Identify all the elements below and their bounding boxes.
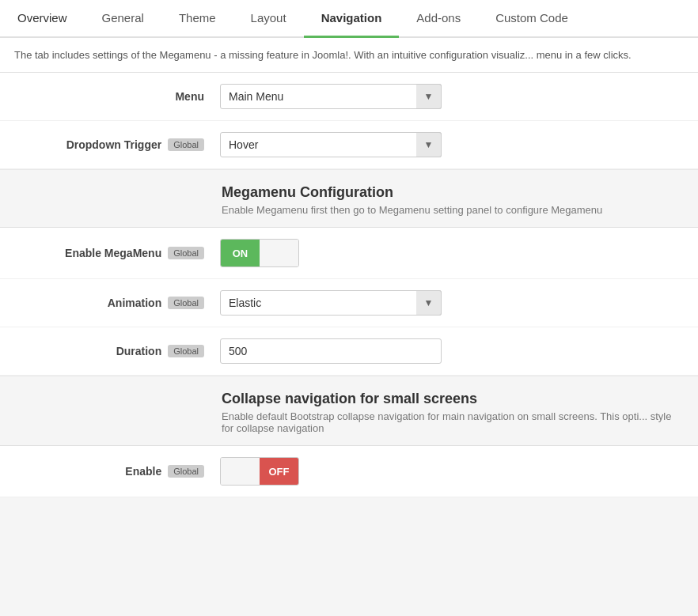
collapse-section-title: Collapse navigation for small screens bbox=[222, 391, 684, 407]
dropdown-trigger-select-wrapper: Hover Click ▼ bbox=[220, 132, 442, 157]
duration-control bbox=[220, 338, 684, 364]
enable-collapse-badge: Global bbox=[168, 465, 204, 478]
dropdown-trigger-label: Dropdown Trigger Global bbox=[14, 138, 220, 151]
collapse-toggle-off-label[interactable]: OFF bbox=[260, 458, 298, 485]
tab-bar: Overview General Theme Layout Navigation… bbox=[0, 0, 698, 38]
enable-collapse-toggle[interactable]: OFF bbox=[220, 457, 299, 486]
tab-general[interactable]: General bbox=[85, 0, 161, 38]
enable-collapse-label: Enable Global bbox=[14, 465, 220, 478]
animation-select-wrapper: Elastic Linear Swing None ▼ bbox=[220, 290, 442, 316]
duration-label: Duration Global bbox=[14, 345, 220, 357]
tab-customcode[interactable]: Custom Code bbox=[478, 0, 586, 38]
megamenu-section-desc: Enable Megamenu first then go to Megamen… bbox=[222, 204, 684, 216]
animation-row: Animation Global Elastic Linear Swing No… bbox=[0, 279, 698, 327]
menu-select-wrapper: Main Menu User Menu Top Menu ▼ bbox=[220, 84, 442, 109]
menu-select[interactable]: Main Menu User Menu Top Menu bbox=[220, 84, 442, 109]
enable-collapse-row: Enable Global OFF bbox=[0, 446, 698, 497]
toggle-off-side[interactable] bbox=[260, 240, 298, 266]
duration-input[interactable] bbox=[220, 338, 442, 364]
dropdown-trigger-control: Hover Click ▼ bbox=[220, 132, 684, 157]
duration-row: Duration Global bbox=[0, 327, 698, 376]
dropdown-trigger-row: Dropdown Trigger Global Hover Click ▼ bbox=[0, 121, 698, 169]
menu-row: Menu Main Menu User Menu Top Menu ▼ bbox=[0, 73, 698, 121]
toggle-on-label[interactable]: ON bbox=[221, 240, 260, 266]
megamenu-section-header: Megamenu Configuration Enable Megamenu f… bbox=[0, 169, 698, 228]
tab-layout[interactable]: Layout bbox=[233, 0, 304, 38]
collapse-section-desc: Enable default Bootstrap collapse naviga… bbox=[222, 410, 684, 434]
animation-badge: Global bbox=[168, 297, 204, 309]
dropdown-trigger-select[interactable]: Hover Click bbox=[220, 132, 442, 157]
enable-megamenu-toggle[interactable]: ON bbox=[220, 239, 299, 267]
enable-megamenu-label: Enable MegaMenu Global bbox=[14, 247, 220, 259]
animation-control: Elastic Linear Swing None ▼ bbox=[220, 290, 684, 316]
tab-addons[interactable]: Add-ons bbox=[399, 0, 478, 38]
settings-content: Menu Main Menu User Menu Top Menu ▼ Drop… bbox=[0, 73, 698, 497]
tab-overview[interactable]: Overview bbox=[0, 0, 85, 38]
tab-navigation[interactable]: Navigation bbox=[304, 0, 400, 38]
enable-collapse-control: OFF bbox=[220, 457, 684, 486]
duration-badge: Global bbox=[168, 345, 204, 357]
tab-theme[interactable]: Theme bbox=[161, 0, 233, 38]
enable-megamenu-control: ON bbox=[220, 239, 684, 267]
enable-megamenu-row: Enable MegaMenu Global ON bbox=[0, 228, 698, 279]
dropdown-trigger-badge: Global bbox=[168, 138, 204, 151]
animation-select[interactable]: Elastic Linear Swing None bbox=[220, 290, 442, 316]
collapse-toggle-on-side[interactable] bbox=[221, 458, 260, 485]
enable-megamenu-badge: Global bbox=[168, 247, 204, 259]
menu-control: Main Menu User Menu Top Menu ▼ bbox=[220, 84, 684, 109]
megamenu-section-title: Megamenu Configuration bbox=[222, 184, 684, 201]
animation-label: Animation Global bbox=[14, 297, 220, 309]
tab-description: The tab includes settings of the Megamen… bbox=[0, 38, 698, 73]
collapse-section-header: Collapse navigation for small screens En… bbox=[0, 376, 698, 446]
menu-label: Menu bbox=[14, 90, 220, 103]
